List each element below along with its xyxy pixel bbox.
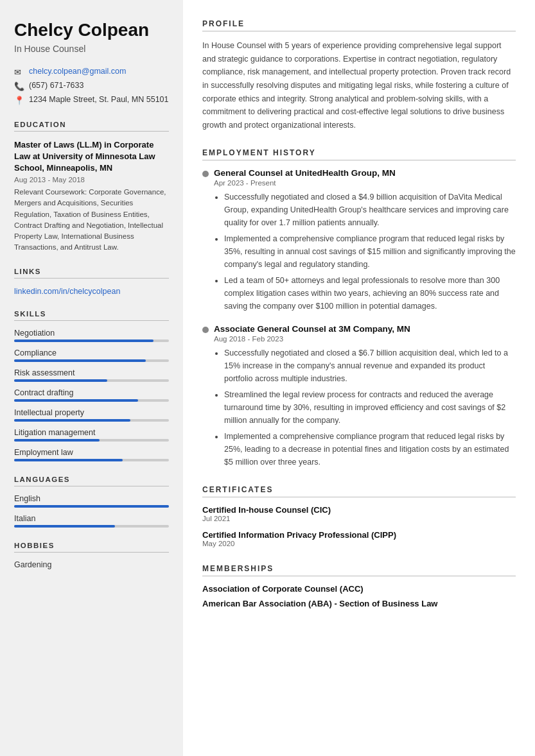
contact-email: ✉ chelcy.colpean@gmail.com — [14, 67, 169, 77]
skills-heading: Skills — [14, 310, 169, 321]
profile-heading: Profile — [202, 19, 516, 31]
languages-section: Languages English Italian — [14, 476, 169, 528]
skill-bar-fill — [14, 399, 138, 402]
education-dates: Aug 2013 - May 2018 — [14, 176, 169, 184]
skill-label: Risk assessment — [14, 368, 169, 377]
job-date: Aug 2018 - Feb 2023 — [214, 335, 516, 343]
linkedin-link[interactable]: linkedin.com/in/chelcycolpean — [14, 287, 120, 296]
job-date: Apr 2023 - Present — [214, 179, 516, 187]
certificates-heading: Certificates — [202, 485, 516, 497]
certificate-entry: Certified In-house Counsel (CIC) Jul 202… — [202, 505, 516, 522]
skills-list: Negotiation Compliance Risk assessment C… — [14, 329, 169, 461]
job-bullet: Led a team of 50+ attorneys and legal pr… — [224, 274, 516, 313]
memberships-list: Association of Corporate Counsel (ACC)Am… — [202, 584, 516, 608]
job-entry: General Counsel at UnitedHealth Group, M… — [202, 168, 516, 313]
education-description: Relevant Coursework: Corporate Governanc… — [14, 187, 169, 253]
education-heading: Education — [14, 121, 169, 132]
hobbies-list: Gardening — [14, 560, 169, 569]
languages-heading: Languages — [14, 476, 169, 486]
resume-container: Chelcy Colpean In House Counsel ✉ chelcy… — [0, 0, 535, 756]
job-entry: Associate General Counsel at 3M Company,… — [202, 324, 516, 468]
job-bullets-list: Successfully negotiated and closed a $4.… — [214, 191, 516, 313]
candidate-title: In House Counsel — [14, 44, 169, 54]
profile-section: Profile In House Counsel with 5 years of… — [202, 19, 516, 132]
job-bullet: Implemented a comprehensive compliance p… — [224, 430, 516, 468]
hobby-item: Gardening — [14, 560, 169, 569]
education-degree: Master of Laws (LL.M) in Corporate Law a… — [14, 139, 169, 175]
skill-bar-bg — [14, 379, 169, 382]
skill-bar-bg — [14, 459, 169, 461]
membership-item: Association of Corporate Counsel (ACC) — [202, 584, 516, 594]
links-heading: Links — [14, 268, 169, 279]
candidate-name: Chelcy Colpean — [14, 19, 169, 41]
employment-heading: Employment History — [202, 148, 516, 160]
contact-section: ✉ chelcy.colpean@gmail.com 📞 (657) 671-7… — [14, 67, 169, 105]
language-bar-fill — [14, 505, 169, 508]
skill-item: Contract drafting — [14, 388, 169, 402]
skill-bar-fill — [14, 339, 153, 342]
skill-bar-bg — [14, 419, 169, 422]
skill-item: Intellectual property — [14, 408, 169, 422]
skill-label: Compliance — [14, 348, 169, 357]
skill-bar-bg — [14, 339, 169, 342]
language-bar-fill — [14, 525, 115, 528]
skill-item: Litigation management — [14, 428, 169, 442]
address-text: 1234 Maple Street, St. Paul, MN 55101 — [29, 95, 169, 104]
languages-list: English Italian — [14, 494, 169, 528]
skill-item: Risk assessment — [14, 368, 169, 382]
phone-icon: 📞 — [14, 82, 24, 91]
language-item: English — [14, 494, 169, 508]
skill-bar-fill — [14, 379, 107, 382]
location-icon: 📍 — [14, 96, 24, 105]
certificate-date: May 2020 — [202, 540, 516, 547]
skill-label: Intellectual property — [14, 408, 169, 417]
job-bullets-list: Successfully negotiated and closed a $6.… — [214, 347, 516, 468]
profile-text: In House Counsel with 5 years of experie… — [202, 39, 516, 132]
skill-bar-fill — [14, 359, 146, 362]
skill-bar-bg — [14, 399, 169, 402]
email-icon: ✉ — [14, 67, 24, 77]
certificate-date: Jul 2021 — [202, 515, 516, 522]
skill-item: Compliance — [14, 348, 169, 362]
certificate-entry: Certified Information Privacy Profession… — [202, 530, 516, 547]
skill-label: Employment law — [14, 448, 169, 457]
skill-bar-bg — [14, 359, 169, 362]
certificate-name: Certified Information Privacy Profession… — [202, 530, 516, 540]
hobbies-section: Hobbies Gardening — [14, 542, 169, 569]
memberships-heading: Memberships — [202, 564, 516, 576]
job-bullet: Streamlined the legal review process for… — [224, 388, 516, 427]
certificate-name: Certified In-house Counsel (CIC) — [202, 505, 516, 515]
skill-bar-fill — [14, 439, 100, 442]
sidebar: Chelcy Colpean In House Counsel ✉ chelcy… — [0, 0, 183, 756]
language-item: Italian — [14, 514, 169, 528]
language-bar-bg — [14, 525, 169, 528]
language-bar-bg — [14, 505, 169, 508]
certificates-section: Certificates Certified In-house Counsel … — [202, 485, 516, 547]
skill-bar-fill — [14, 419, 130, 422]
language-label: Italian — [14, 514, 169, 523]
skill-label: Contract drafting — [14, 388, 169, 397]
main-content: Profile In House Counsel with 5 years of… — [183, 0, 535, 756]
job-title: Associate General Counsel at 3M Company,… — [214, 324, 516, 334]
skill-label: Litigation management — [14, 428, 169, 437]
language-label: English — [14, 494, 169, 503]
memberships-section: Memberships Association of Corporate Cou… — [202, 564, 516, 608]
skill-item: Employment law — [14, 448, 169, 461]
links-section: Links linkedin.com/in/chelcycolpean — [14, 268, 169, 296]
phone-text: (657) 671-7633 — [29, 81, 83, 90]
job-bullet: Implemented a comprehensive compliance p… — [224, 232, 516, 271]
hobbies-heading: Hobbies — [14, 542, 169, 553]
skill-bar-bg — [14, 439, 169, 442]
email-link[interactable]: chelcy.colpean@gmail.com — [29, 67, 126, 76]
job-title: General Counsel at UnitedHealth Group, M… — [214, 168, 516, 178]
employment-section: Employment History General Counsel at Un… — [202, 148, 516, 468]
certs-list: Certified In-house Counsel (CIC) Jul 202… — [202, 505, 516, 547]
job-bullet: Successfully negotiated and closed a $6.… — [224, 347, 516, 385]
jobs-list: General Counsel at UnitedHealth Group, M… — [202, 168, 516, 468]
skill-label: Negotiation — [14, 329, 169, 338]
skill-bar-fill — [14, 459, 123, 461]
job-bullet: Successfully negotiated and closed a $4.… — [224, 191, 516, 229]
membership-item: American Bar Association (ABA) - Section… — [202, 599, 516, 608]
skills-section: Skills Negotiation Compliance Risk asses… — [14, 310, 169, 461]
skill-item: Negotiation — [14, 329, 169, 342]
